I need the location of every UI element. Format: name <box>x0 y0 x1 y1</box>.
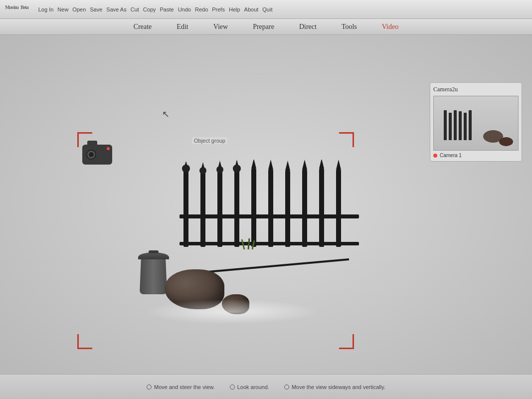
bottom-bar: Move and steer the view. Look around. Mo… <box>0 374 532 399</box>
camera-rec: Camera 1 <box>433 153 519 158</box>
trash-lid <box>138 252 169 259</box>
ground-shadow <box>145 299 319 324</box>
menu-copy[interactable]: Copy <box>143 6 156 12</box>
svg-rect-7 <box>217 171 222 247</box>
app-logo: Muvizu Beta <box>5 3 28 16</box>
svg-rect-15 <box>285 171 290 247</box>
svg-rect-5 <box>200 172 205 247</box>
app-title: Muvizu <box>5 4 18 9</box>
menu-save-as[interactable]: Save As <box>106 6 126 12</box>
rec-dot <box>433 154 437 158</box>
svg-marker-22 <box>336 160 341 170</box>
menu-prefs[interactable]: Prefs <box>212 6 225 12</box>
selection-corner-bl <box>77 334 92 349</box>
svg-marker-16 <box>285 161 290 171</box>
status-item-2: Look around. <box>230 384 269 390</box>
trash-handle <box>149 250 159 253</box>
svg-marker-18 <box>302 160 307 170</box>
object-group-label: Object group <box>192 137 227 144</box>
menu-save[interactable]: Save <box>90 6 102 12</box>
preview-bar-5 <box>464 113 467 140</box>
camera-red-dot <box>107 147 110 150</box>
camera-lens <box>86 150 96 160</box>
selection-corner-br <box>339 334 354 349</box>
svg-rect-11 <box>251 169 256 247</box>
menu-cut[interactable]: Cut <box>131 6 139 12</box>
svg-marker-20 <box>319 160 324 169</box>
menu-about[interactable]: About <box>244 6 259 12</box>
rec-label: Camera 1 <box>440 153 462 158</box>
svg-point-26 <box>233 165 241 173</box>
camera-body <box>82 145 112 165</box>
svg-point-24 <box>199 167 206 174</box>
camera-panel: Camera2u Camera 1 <box>430 82 522 162</box>
preview-bar-6 <box>469 110 472 140</box>
menu-undo[interactable]: Undo <box>178 6 191 12</box>
nav-view[interactable]: View <box>208 21 233 33</box>
top-menu: Log In New Open Save Save As Cut Copy Pa… <box>38 6 273 12</box>
app-version: Beta <box>20 4 28 9</box>
camera-preview <box>433 96 519 151</box>
scene-camera[interactable] <box>82 145 112 165</box>
preview-bar-4 <box>459 111 462 140</box>
status-hint-2: Look around. <box>237 384 269 390</box>
status-item-3: Move the view sideways and vertically. <box>284 384 385 390</box>
nav-bar: Create Edit View Prepare Direct Tools Vi… <box>0 19 532 35</box>
svg-rect-13 <box>268 170 273 247</box>
nav-create[interactable]: Create <box>129 21 157 33</box>
status-circle-1 <box>147 385 152 390</box>
trash-body <box>140 259 167 294</box>
svg-rect-19 <box>319 169 324 247</box>
status-hint-1: Move and steer the view. <box>154 384 215 390</box>
preview-bar-2 <box>449 113 452 140</box>
nav-edit[interactable]: Edit <box>172 21 193 33</box>
scene-objects <box>135 160 359 324</box>
camera-lens-inner <box>89 152 94 157</box>
preview-bar-1 <box>444 110 447 140</box>
menu-help[interactable]: Help <box>229 6 240 12</box>
nav-video[interactable]: Video <box>377 21 403 33</box>
menu-new[interactable]: New <box>57 6 68 12</box>
menu-login[interactable]: Log In <box>38 6 54 12</box>
status-circle-2 <box>230 385 235 390</box>
preview-rock-small <box>499 137 513 146</box>
svg-point-25 <box>216 166 223 173</box>
status-hint-3: Move the view sideways and vertically. <box>292 384 385 390</box>
nav-direct[interactable]: Direct <box>294 21 322 33</box>
camera-panel-title: Camera2u <box>433 86 519 93</box>
nav-prepare[interactable]: Prepare <box>248 21 279 33</box>
nav-tools[interactable]: Tools <box>337 21 362 33</box>
selection-corner-tr <box>339 132 354 147</box>
svg-rect-17 <box>302 170 307 247</box>
svg-marker-12 <box>251 160 256 169</box>
preview-bar-3 <box>454 110 457 140</box>
svg-marker-14 <box>268 160 273 170</box>
top-bar: Muvizu Beta Log In New Open Save Save As… <box>0 0 532 19</box>
svg-point-23 <box>182 165 190 173</box>
menu-open[interactable]: Open <box>72 6 86 12</box>
svg-rect-3 <box>183 170 188 247</box>
menu-quit[interactable]: Quit <box>262 6 272 12</box>
svg-line-28 <box>248 238 249 249</box>
viewport[interactable]: Object group ↖ <box>0 35 532 374</box>
menu-paste[interactable]: Paste <box>160 6 174 12</box>
status-circle-3 <box>284 385 289 390</box>
cursor: ↖ <box>162 109 170 120</box>
menu-redo[interactable]: Redo <box>195 6 208 12</box>
svg-rect-21 <box>336 170 341 247</box>
status-item-1: Move and steer the view. <box>147 384 215 390</box>
svg-rect-9 <box>234 170 239 247</box>
preview-fence <box>444 110 472 140</box>
